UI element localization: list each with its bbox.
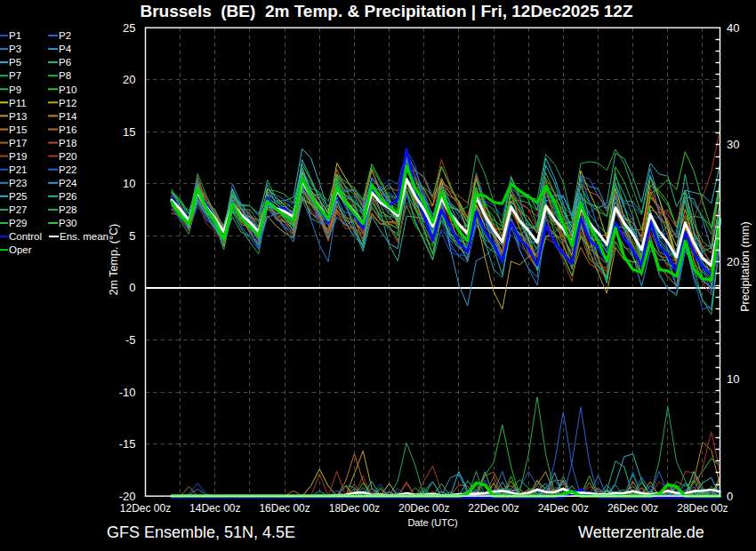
svg-text:16Dec 00z: 16Dec 00z [259, 502, 310, 515]
svg-text:0: 0 [727, 490, 733, 503]
svg-text:14Dec 00z: 14Dec 00z [189, 502, 240, 515]
svg-text:Brussels (BE) 2m Temp. & Pre: Brussels (BE) 2m Temp. & Precipitation |… [140, 2, 632, 20]
svg-text:P14: P14 [59, 111, 77, 122]
svg-text:P21: P21 [9, 164, 27, 175]
svg-text:24Dec 00z: 24Dec 00z [538, 502, 589, 515]
svg-text:P27: P27 [9, 204, 27, 215]
svg-text:20Dec 00z: 20Dec 00z [398, 502, 449, 515]
svg-text:20: 20 [727, 255, 739, 268]
svg-text:Precipitation (mm): Precipitation (mm) [739, 221, 752, 311]
svg-text:P9: P9 [9, 84, 21, 95]
svg-text:P3: P3 [9, 44, 21, 54]
svg-text:P18: P18 [59, 138, 76, 148]
svg-text:P29: P29 [9, 218, 27, 228]
svg-text:P17: P17 [9, 138, 27, 148]
svg-text:Oper: Oper [9, 244, 32, 255]
svg-text:P30: P30 [59, 218, 76, 228]
svg-text:15: 15 [123, 125, 135, 139]
svg-text:40: 40 [727, 21, 739, 35]
svg-text:P15: P15 [9, 124, 27, 135]
svg-text:P4: P4 [59, 44, 72, 54]
svg-text:P25: P25 [9, 191, 27, 202]
svg-text:Date (UTC): Date (UTC) [407, 517, 457, 528]
svg-text:-5: -5 [125, 333, 136, 347]
svg-text:P8: P8 [59, 70, 71, 81]
svg-text:P24: P24 [59, 178, 77, 188]
svg-text:30: 30 [727, 138, 739, 151]
svg-text:P1: P1 [9, 30, 21, 41]
svg-text:5: 5 [129, 229, 135, 243]
svg-text:20: 20 [123, 73, 135, 86]
svg-text:P10: P10 [59, 84, 76, 95]
svg-text:10: 10 [123, 177, 135, 190]
svg-text:28Dec 00z: 28Dec 00z [677, 502, 728, 515]
svg-text:P7: P7 [9, 70, 21, 81]
svg-text:P6: P6 [59, 57, 71, 68]
svg-text:-20: -20 [119, 490, 136, 503]
svg-text:22Dec 00z: 22Dec 00z [468, 502, 519, 515]
svg-text:12Dec 00z: 12Dec 00z [120, 502, 171, 515]
svg-text:P16: P16 [59, 124, 76, 135]
svg-text:Wetterzentrale.de: Wetterzentrale.de [578, 523, 704, 541]
svg-text:Control: Control [9, 231, 42, 242]
svg-text:P2: P2 [59, 30, 71, 41]
svg-text:-10: -10 [119, 386, 136, 399]
svg-text:P22: P22 [59, 164, 76, 175]
svg-text:Ens. mean: Ens. mean [60, 231, 109, 242]
svg-text:P5: P5 [9, 57, 21, 68]
svg-text:P23: P23 [9, 178, 27, 188]
svg-text:25: 25 [123, 21, 135, 35]
svg-text:GFS Ensemble, 51N, 4.5E: GFS Ensemble, 51N, 4.5E [107, 523, 295, 541]
svg-text:26Dec 00z: 26Dec 00z [607, 502, 658, 515]
svg-text:P26: P26 [59, 191, 76, 202]
svg-text:P11: P11 [9, 98, 27, 108]
svg-text:P19: P19 [9, 151, 27, 162]
svg-text:P13: P13 [9, 111, 27, 122]
svg-text:P28: P28 [59, 204, 76, 215]
svg-text:P20: P20 [59, 151, 76, 162]
svg-text:10: 10 [727, 372, 739, 386]
svg-text:-15: -15 [119, 437, 136, 451]
svg-text:18Dec 00z: 18Dec 00z [329, 502, 380, 515]
svg-text:0: 0 [129, 281, 135, 294]
svg-text:2m Temp. (°C): 2m Temp. (°C) [108, 224, 120, 295]
svg-text:P12: P12 [59, 98, 76, 108]
